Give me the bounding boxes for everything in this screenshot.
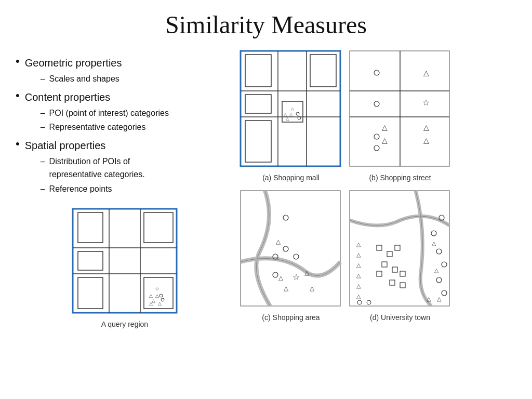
sub-text: Representative categories xyxy=(49,121,146,134)
sub-dash: – xyxy=(41,107,45,120)
svg-text:△: △ xyxy=(289,112,293,117)
sub-dash: – xyxy=(41,72,45,86)
list-item: • Geometric properties – Scales and shap… xyxy=(16,55,234,87)
svg-text:☆: ☆ xyxy=(155,286,159,291)
svg-rect-27 xyxy=(282,101,303,122)
svg-text:△: △ xyxy=(284,285,289,292)
svg-point-56 xyxy=(273,272,278,277)
svg-rect-71 xyxy=(382,262,387,267)
svg-rect-70 xyxy=(395,245,400,250)
svg-rect-74 xyxy=(400,271,405,276)
bullet-text: Content properties xyxy=(25,91,111,103)
svg-point-82 xyxy=(442,290,447,296)
svg-text:△: △ xyxy=(304,269,310,276)
page: Similarity Measures • Geometric properti… xyxy=(0,0,532,399)
list-item: – Distribution of POIs ofrepresentative … xyxy=(41,155,145,181)
shopping-street-label: (b) Shopping street xyxy=(369,174,431,182)
diagram-container: ☆ △ △ △ △ △ A query region xyxy=(16,206,234,328)
sub-text: Scales and shapes xyxy=(49,72,119,86)
svg-rect-73 xyxy=(377,271,382,276)
svg-point-51 xyxy=(283,246,288,251)
list-item: – Representative categories xyxy=(41,121,169,134)
sub-list: – POI (point of interest) categories – R… xyxy=(41,107,169,134)
svg-rect-8 xyxy=(78,277,103,309)
svg-point-87 xyxy=(367,300,371,304)
list-item: • Content properties – POI (point of int… xyxy=(16,89,234,135)
svg-point-77 xyxy=(431,231,436,236)
left-panel: • Geometric properties – Scales and shap… xyxy=(16,49,234,389)
shopping-mall-label: (a) Shopping mall xyxy=(262,174,320,182)
shopping-mall-container: ☆ △ △ △ (a) Shopping mall xyxy=(239,49,343,182)
svg-rect-75 xyxy=(390,280,395,285)
svg-point-81 xyxy=(436,277,442,283)
bullet-dot: • xyxy=(16,136,20,152)
shopping-area-label: (c) Shopping area xyxy=(262,313,320,322)
svg-rect-34 xyxy=(350,51,449,166)
query-region-label: A query region xyxy=(101,320,148,328)
svg-rect-5 xyxy=(78,212,103,243)
query-region-diagram: ☆ △ △ △ △ △ xyxy=(70,206,179,318)
shopping-area-container: △ ☆ △ △ △ △ (c) Shopping area xyxy=(239,189,343,322)
sub-text: Reference points xyxy=(49,182,112,196)
svg-rect-24 xyxy=(310,55,336,87)
list-item: • Spatial properties – Distribution of P… xyxy=(16,137,234,197)
sub-dash: – xyxy=(41,155,45,168)
svg-text:☆: ☆ xyxy=(290,107,295,112)
svg-rect-26 xyxy=(245,121,271,162)
svg-text:△: △ xyxy=(432,240,436,246)
bullet-text: Geometric properties xyxy=(25,57,122,69)
shopping-area-diagram: △ ☆ △ △ △ △ xyxy=(239,189,343,311)
svg-rect-60 xyxy=(350,191,449,306)
content-area: • Geometric properties – Scales and shap… xyxy=(16,49,516,389)
svg-point-49 xyxy=(283,215,288,220)
svg-text:△: △ xyxy=(149,301,153,306)
svg-text:☆: ☆ xyxy=(422,98,430,107)
svg-rect-69 xyxy=(387,251,392,257)
right-panel: ☆ △ △ △ (a) Shopping mall xyxy=(239,49,516,389)
query-region-container: ☆ △ △ △ △ △ A query region xyxy=(16,206,234,328)
list-item: – Scales and shapes xyxy=(41,72,122,86)
list-item: – Reference points xyxy=(41,182,145,196)
svg-text:△: △ xyxy=(423,136,429,144)
svg-text:△: △ xyxy=(382,123,388,131)
university-town-container: △ △ △ △ △ △ xyxy=(348,189,452,322)
svg-text:△: △ xyxy=(149,293,153,298)
svg-text:△: △ xyxy=(286,116,289,121)
svg-text:△: △ xyxy=(356,251,361,258)
svg-point-80 xyxy=(442,262,447,267)
sub-dash: – xyxy=(41,121,45,134)
sub-text: POI (point of interest) categories xyxy=(49,107,169,120)
svg-point-67 xyxy=(357,300,362,304)
sub-list: – Distribution of POIs ofrepresentative … xyxy=(41,155,145,196)
top-diagrams: ☆ △ △ △ (a) Shopping mall xyxy=(239,49,516,182)
svg-text:△: △ xyxy=(356,262,361,268)
svg-rect-6 xyxy=(144,212,173,243)
sub-dash: – xyxy=(41,182,45,196)
university-town-diagram: △ △ △ △ △ △ xyxy=(348,189,452,311)
svg-rect-25 xyxy=(245,95,271,113)
svg-rect-23 xyxy=(245,55,271,87)
svg-point-14 xyxy=(159,294,163,297)
svg-point-40 xyxy=(374,101,379,107)
svg-text:△: △ xyxy=(356,293,361,299)
svg-rect-76 xyxy=(400,283,405,288)
svg-point-59 xyxy=(294,254,299,259)
sub-text: Distribution of POIs ofrepresentative ca… xyxy=(49,155,145,181)
svg-point-15 xyxy=(161,298,164,301)
sub-list: – Scales and shapes xyxy=(41,72,122,86)
svg-text:△: △ xyxy=(158,301,162,306)
shopping-street-diagram: △ ☆ △ △ △ △ xyxy=(348,49,452,171)
bullet-dot: • xyxy=(16,54,20,70)
list-item: – POI (point of interest) categories xyxy=(41,107,169,120)
shopping-mall-diagram: ☆ △ △ △ xyxy=(239,49,343,171)
svg-point-47 xyxy=(374,145,379,151)
bottom-diagrams: △ ☆ △ △ △ △ (c) Shopping area xyxy=(239,189,516,322)
svg-text:△: △ xyxy=(155,293,159,298)
svg-rect-7 xyxy=(78,251,103,270)
svg-point-32 xyxy=(296,112,299,115)
svg-text:△: △ xyxy=(356,272,361,278)
bullet-dot: • xyxy=(16,88,20,104)
svg-text:△: △ xyxy=(310,285,315,292)
svg-text:△: △ xyxy=(423,69,429,77)
svg-point-79 xyxy=(436,249,442,254)
